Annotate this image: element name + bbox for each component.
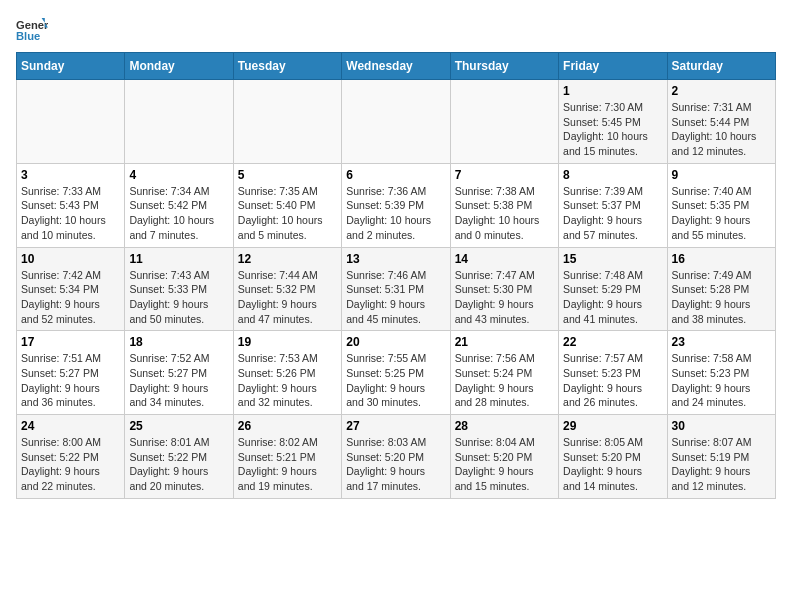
day-info: Sunrise: 8:02 AM Sunset: 5:21 PM Dayligh…	[238, 435, 337, 494]
day-number: 3	[21, 168, 120, 182]
day-info: Sunrise: 8:07 AM Sunset: 5:19 PM Dayligh…	[672, 435, 771, 494]
day-number: 13	[346, 252, 445, 266]
weekday-header-sunday: Sunday	[17, 53, 125, 80]
day-number: 11	[129, 252, 228, 266]
day-number: 18	[129, 335, 228, 349]
calendar-cell	[233, 80, 341, 164]
weekday-header-friday: Friday	[559, 53, 667, 80]
day-number: 21	[455, 335, 554, 349]
day-info: Sunrise: 7:55 AM Sunset: 5:25 PM Dayligh…	[346, 351, 445, 410]
calendar-cell: 10Sunrise: 7:42 AM Sunset: 5:34 PM Dayli…	[17, 247, 125, 331]
calendar-cell: 1Sunrise: 7:30 AM Sunset: 5:45 PM Daylig…	[559, 80, 667, 164]
calendar-cell: 17Sunrise: 7:51 AM Sunset: 5:27 PM Dayli…	[17, 331, 125, 415]
calendar-table: SundayMondayTuesdayWednesdayThursdayFrid…	[16, 52, 776, 499]
day-number: 15	[563, 252, 662, 266]
calendar-cell: 4Sunrise: 7:34 AM Sunset: 5:42 PM Daylig…	[125, 163, 233, 247]
day-info: Sunrise: 8:01 AM Sunset: 5:22 PM Dayligh…	[129, 435, 228, 494]
calendar-cell: 22Sunrise: 7:57 AM Sunset: 5:23 PM Dayli…	[559, 331, 667, 415]
day-number: 26	[238, 419, 337, 433]
day-info: Sunrise: 7:33 AM Sunset: 5:43 PM Dayligh…	[21, 184, 120, 243]
day-info: Sunrise: 7:56 AM Sunset: 5:24 PM Dayligh…	[455, 351, 554, 410]
day-info: Sunrise: 7:57 AM Sunset: 5:23 PM Dayligh…	[563, 351, 662, 410]
page-header: General Blue	[16, 16, 776, 44]
day-info: Sunrise: 7:34 AM Sunset: 5:42 PM Dayligh…	[129, 184, 228, 243]
day-number: 28	[455, 419, 554, 433]
day-number: 23	[672, 335, 771, 349]
calendar-week-row: 24Sunrise: 8:00 AM Sunset: 5:22 PM Dayli…	[17, 415, 776, 499]
day-info: Sunrise: 7:51 AM Sunset: 5:27 PM Dayligh…	[21, 351, 120, 410]
day-info: Sunrise: 7:42 AM Sunset: 5:34 PM Dayligh…	[21, 268, 120, 327]
day-number: 8	[563, 168, 662, 182]
weekday-header-wednesday: Wednesday	[342, 53, 450, 80]
weekday-header-row: SundayMondayTuesdayWednesdayThursdayFrid…	[17, 53, 776, 80]
calendar-cell: 21Sunrise: 7:56 AM Sunset: 5:24 PM Dayli…	[450, 331, 558, 415]
day-info: Sunrise: 7:38 AM Sunset: 5:38 PM Dayligh…	[455, 184, 554, 243]
day-number: 1	[563, 84, 662, 98]
day-number: 14	[455, 252, 554, 266]
day-info: Sunrise: 7:52 AM Sunset: 5:27 PM Dayligh…	[129, 351, 228, 410]
calendar-cell: 23Sunrise: 7:58 AM Sunset: 5:23 PM Dayli…	[667, 331, 775, 415]
day-info: Sunrise: 8:05 AM Sunset: 5:20 PM Dayligh…	[563, 435, 662, 494]
day-number: 12	[238, 252, 337, 266]
day-number: 17	[21, 335, 120, 349]
day-number: 4	[129, 168, 228, 182]
calendar-cell: 14Sunrise: 7:47 AM Sunset: 5:30 PM Dayli…	[450, 247, 558, 331]
day-info: Sunrise: 7:30 AM Sunset: 5:45 PM Dayligh…	[563, 100, 662, 159]
calendar-cell: 15Sunrise: 7:48 AM Sunset: 5:29 PM Dayli…	[559, 247, 667, 331]
day-number: 19	[238, 335, 337, 349]
calendar-cell: 8Sunrise: 7:39 AM Sunset: 5:37 PM Daylig…	[559, 163, 667, 247]
svg-text:Blue: Blue	[16, 30, 40, 42]
calendar-cell: 28Sunrise: 8:04 AM Sunset: 5:20 PM Dayli…	[450, 415, 558, 499]
weekday-header-tuesday: Tuesday	[233, 53, 341, 80]
day-info: Sunrise: 7:35 AM Sunset: 5:40 PM Dayligh…	[238, 184, 337, 243]
day-info: Sunrise: 8:04 AM Sunset: 5:20 PM Dayligh…	[455, 435, 554, 494]
calendar-cell: 27Sunrise: 8:03 AM Sunset: 5:20 PM Dayli…	[342, 415, 450, 499]
logo: General Blue	[16, 16, 52, 44]
calendar-cell: 26Sunrise: 8:02 AM Sunset: 5:21 PM Dayli…	[233, 415, 341, 499]
day-info: Sunrise: 8:03 AM Sunset: 5:20 PM Dayligh…	[346, 435, 445, 494]
day-number: 2	[672, 84, 771, 98]
calendar-week-row: 10Sunrise: 7:42 AM Sunset: 5:34 PM Dayli…	[17, 247, 776, 331]
day-info: Sunrise: 7:47 AM Sunset: 5:30 PM Dayligh…	[455, 268, 554, 327]
calendar-cell	[342, 80, 450, 164]
calendar-cell: 25Sunrise: 8:01 AM Sunset: 5:22 PM Dayli…	[125, 415, 233, 499]
calendar-cell: 5Sunrise: 7:35 AM Sunset: 5:40 PM Daylig…	[233, 163, 341, 247]
day-info: Sunrise: 7:31 AM Sunset: 5:44 PM Dayligh…	[672, 100, 771, 159]
calendar-cell: 6Sunrise: 7:36 AM Sunset: 5:39 PM Daylig…	[342, 163, 450, 247]
weekday-header-saturday: Saturday	[667, 53, 775, 80]
day-number: 30	[672, 419, 771, 433]
calendar-cell	[125, 80, 233, 164]
logo-icon: General Blue	[16, 16, 48, 44]
day-info: Sunrise: 8:00 AM Sunset: 5:22 PM Dayligh…	[21, 435, 120, 494]
day-number: 20	[346, 335, 445, 349]
calendar-cell: 29Sunrise: 8:05 AM Sunset: 5:20 PM Dayli…	[559, 415, 667, 499]
day-number: 16	[672, 252, 771, 266]
calendar-cell: 12Sunrise: 7:44 AM Sunset: 5:32 PM Dayli…	[233, 247, 341, 331]
weekday-header-thursday: Thursday	[450, 53, 558, 80]
day-number: 22	[563, 335, 662, 349]
day-info: Sunrise: 7:39 AM Sunset: 5:37 PM Dayligh…	[563, 184, 662, 243]
calendar-cell: 9Sunrise: 7:40 AM Sunset: 5:35 PM Daylig…	[667, 163, 775, 247]
weekday-header-monday: Monday	[125, 53, 233, 80]
day-info: Sunrise: 7:46 AM Sunset: 5:31 PM Dayligh…	[346, 268, 445, 327]
day-number: 25	[129, 419, 228, 433]
day-info: Sunrise: 7:43 AM Sunset: 5:33 PM Dayligh…	[129, 268, 228, 327]
day-number: 29	[563, 419, 662, 433]
day-info: Sunrise: 7:36 AM Sunset: 5:39 PM Dayligh…	[346, 184, 445, 243]
calendar-cell: 2Sunrise: 7:31 AM Sunset: 5:44 PM Daylig…	[667, 80, 775, 164]
calendar-cell: 20Sunrise: 7:55 AM Sunset: 5:25 PM Dayli…	[342, 331, 450, 415]
calendar-cell: 18Sunrise: 7:52 AM Sunset: 5:27 PM Dayli…	[125, 331, 233, 415]
day-info: Sunrise: 7:58 AM Sunset: 5:23 PM Dayligh…	[672, 351, 771, 410]
calendar-cell	[450, 80, 558, 164]
day-info: Sunrise: 7:44 AM Sunset: 5:32 PM Dayligh…	[238, 268, 337, 327]
day-info: Sunrise: 7:49 AM Sunset: 5:28 PM Dayligh…	[672, 268, 771, 327]
day-number: 7	[455, 168, 554, 182]
day-number: 27	[346, 419, 445, 433]
svg-text:General: General	[16, 19, 48, 31]
calendar-cell: 16Sunrise: 7:49 AM Sunset: 5:28 PM Dayli…	[667, 247, 775, 331]
day-number: 10	[21, 252, 120, 266]
day-number: 6	[346, 168, 445, 182]
calendar-week-row: 17Sunrise: 7:51 AM Sunset: 5:27 PM Dayli…	[17, 331, 776, 415]
day-info: Sunrise: 7:48 AM Sunset: 5:29 PM Dayligh…	[563, 268, 662, 327]
calendar-cell	[17, 80, 125, 164]
